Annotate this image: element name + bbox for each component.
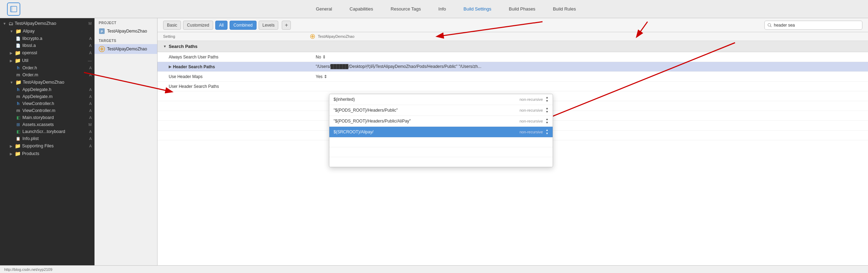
- search-icon: [768, 23, 772, 27]
- svg-marker-5: [100, 47, 104, 51]
- section-header-search-paths[interactable]: ▼ Search Paths: [158, 41, 868, 52]
- sidebar-item-appdelegate-h[interactable]: h AppDelegate.h A: [0, 86, 94, 93]
- main-content: ▼ 🗂 TestAlipayDemoZhao M ▼ 📁 Alipay 📄 li…: [0, 18, 868, 273]
- project-file-icon: P: [99, 28, 105, 34]
- dropdown-empty-2: [329, 147, 553, 157]
- filter-toolbar: Basic Customized All Combined Levels +: [158, 18, 868, 32]
- sidebar-item-openssl[interactable]: ▶ 📁 openssl A: [0, 49, 94, 57]
- filter-levels-btn[interactable]: Levels: [259, 21, 279, 30]
- project-section-label: PROJECT: [94, 18, 157, 26]
- sidebar-item-util[interactable]: ▶ 📁 Util —: [0, 57, 94, 64]
- stepper-pods-public[interactable]: ▲ ▼: [546, 107, 548, 114]
- filter-customized-btn[interactable]: Customized: [183, 21, 213, 30]
- svg-line-7: [770, 26, 771, 27]
- search-box[interactable]: [764, 21, 862, 30]
- row-user-header-search[interactable]: User Header Search Paths: [158, 82, 868, 91]
- sidebar-item-order-m[interactable]: m Order.m A: [0, 71, 94, 78]
- svg-rect-1: [10, 6, 12, 12]
- filter-combined-btn[interactable]: Combined: [230, 21, 257, 30]
- sidebar-item-appdelegate-m[interactable]: m AppDelegate.m A: [0, 93, 94, 100]
- sidebar-item-target-folder[interactable]: ▼ 📁 TestAlipayDemoZhao: [0, 78, 94, 86]
- sidebar-item-order-h[interactable]: h Order.h A: [0, 64, 94, 71]
- stepper-inherited[interactable]: ▲ ▼: [546, 96, 548, 103]
- dropdown-row-pods-public[interactable]: "${PODS_ROOT}/Headers/Public" non-recurs…: [329, 105, 553, 116]
- targets-section-label: TARGETS: [94, 36, 157, 44]
- sidebar-item-launch-storyboard[interactable]: ◧ LaunchScr...toryboard A: [0, 128, 94, 135]
- sidebar-item-project[interactable]: ▼ 🗂 TestAlipayDemoZhao M: [0, 20, 94, 27]
- header-search-paths-dropdown: $(inherited) non-recursive ▲ ▼ "${PODS_R…: [329, 94, 553, 167]
- tab-info[interactable]: Info: [439, 5, 446, 13]
- column-headers: Setting TestAlipayDemoZhao: [158, 32, 868, 41]
- disclosure-icon: ▼: [10, 80, 13, 84]
- col-value-header: TestAlipayDemoZhao: [310, 34, 862, 39]
- disclosure-icon: ▼: [10, 29, 13, 33]
- tab-build-rules[interactable]: Build Rules: [553, 5, 576, 13]
- target-item[interactable]: TestAlipayDemoZhao: [94, 44, 157, 54]
- sidebar-item-libcrypto[interactable]: 📄 libcrypto.a A: [0, 35, 94, 42]
- top-nav-bar: General Capabilities Resource Tags Info …: [0, 0, 868, 18]
- target-icon: [99, 46, 105, 52]
- svg-text:P: P: [101, 30, 103, 33]
- sidebar-item-viewcontroller-h[interactable]: h ViewController.h A: [0, 100, 94, 107]
- dropdown-row-srcroot[interactable]: $(SRCROOT)/Alipay/ non-recursive ▲ ▼: [329, 127, 553, 138]
- tab-resource-tags[interactable]: Resource Tags: [391, 5, 421, 13]
- row-always-search[interactable]: Always Search User Paths No ⇕: [158, 52, 868, 62]
- disclosure-icon: ▶: [10, 144, 13, 148]
- sidebar-item-info-plist[interactable]: 📋 Info.plist A: [0, 135, 94, 142]
- sidebar-item-products[interactable]: ▶ 📁 Products: [0, 150, 94, 158]
- sidebar-item-alipay[interactable]: ▼ 📁 Alipay: [0, 27, 94, 35]
- tab-general[interactable]: General: [316, 5, 332, 13]
- add-setting-button[interactable]: +: [282, 21, 291, 30]
- stepper-srcroot[interactable]: ▲ ▼: [546, 128, 548, 135]
- tab-build-phases[interactable]: Build Phases: [509, 5, 536, 13]
- tab-build-settings[interactable]: Build Settings: [463, 5, 491, 13]
- search-input[interactable]: [774, 23, 859, 28]
- nav-tabs: General Capabilities Resource Tags Info …: [31, 5, 861, 13]
- file-navigator: ▼ 🗂 TestAlipayDemoZhao M ▼ 📁 Alipay 📄 li…: [0, 18, 94, 273]
- dropdown-empty-3: [329, 157, 553, 167]
- svg-marker-9: [311, 35, 314, 38]
- disclosure-icon: ▼: [3, 22, 6, 26]
- svg-point-6: [768, 23, 771, 26]
- filter-basic-btn[interactable]: Basic: [163, 21, 181, 30]
- col-setting-header: Setting: [163, 34, 310, 38]
- row-header-search-paths[interactable]: ▶ Header Search Paths "/Users/██████/Des…: [158, 62, 868, 72]
- project-item-root[interactable]: P TestAlipayDemoZhao: [94, 26, 157, 36]
- row-use-header-maps[interactable]: Use Header Maps Yes ⇕: [158, 72, 868, 82]
- sidebar-item-libssl[interactable]: 📄 libssl.a A: [0, 42, 94, 49]
- disclosure-icon: ▶: [10, 51, 13, 55]
- sidebar-item-assets[interactable]: ⊞ Assets.xcassets M: [0, 121, 94, 128]
- filter-all-btn[interactable]: All: [215, 21, 227, 30]
- dropdown-empty-1: [329, 138, 553, 147]
- stepper-pods-alipay[interactable]: ▲ ▼: [546, 118, 548, 125]
- target-col-icon: [310, 34, 315, 39]
- sidebar-item-main-storyboard[interactable]: ◧ Main.storyboard A: [0, 114, 94, 121]
- dropdown-row-pods-alipay[interactable]: "${PODS_ROOT}/Headers/Public/AliPay" non…: [329, 116, 553, 127]
- status-bar: http://blog.csdn.net/xyp2109: [0, 265, 868, 273]
- disclosure-icon: ▶: [10, 152, 13, 156]
- dropdown-row-inherited[interactable]: $(inherited) non-recursive ▲ ▼: [329, 94, 553, 105]
- build-settings-panel: Basic Customized All Combined Levels + S…: [158, 18, 868, 273]
- sidebar-item-supporting-files[interactable]: ▶ 📁 Supporting Files A: [0, 142, 94, 150]
- navigator-icon[interactable]: [7, 2, 20, 16]
- tab-capabilities[interactable]: Capabilities: [350, 5, 373, 13]
- disclosure-icon: ▶: [10, 59, 13, 63]
- project-panel: PROJECT P TestAlipayDemoZhao TARGETS Tes…: [94, 18, 158, 273]
- sidebar-item-viewcontroller-m[interactable]: m ViewController.m A: [0, 107, 94, 114]
